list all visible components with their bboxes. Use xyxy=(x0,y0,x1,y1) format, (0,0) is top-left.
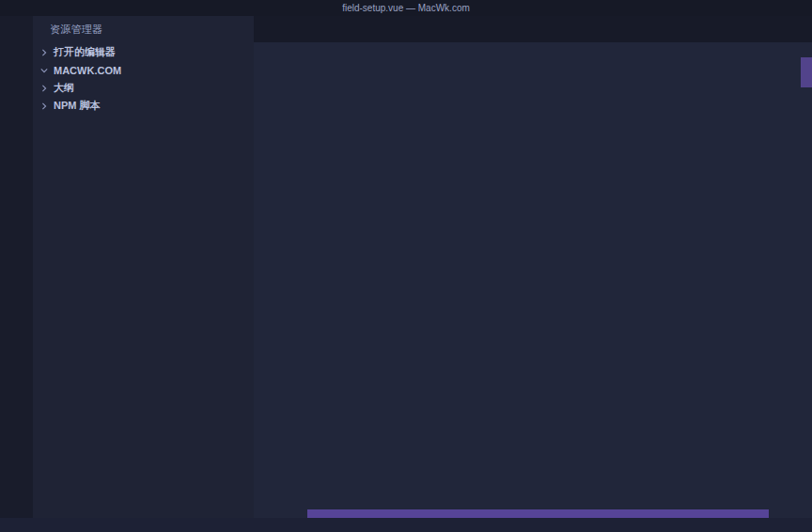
activity-bar xyxy=(0,16,33,518)
code-editor[interactable] xyxy=(254,57,812,518)
window-title: field-setup.vue — MacWk.com xyxy=(342,3,470,13)
outline-label: 大纲 xyxy=(54,81,74,95)
workspace-section[interactable]: MACWK.COM xyxy=(33,61,254,79)
npm-scripts-section[interactable]: NPM 脚本 xyxy=(33,97,254,115)
zoom-window-button[interactable] xyxy=(39,4,46,11)
status-bar xyxy=(0,518,812,532)
vertical-scrollbar[interactable] xyxy=(801,57,812,87)
workspace-label: MACWK.COM xyxy=(54,65,121,76)
chevron-right-icon xyxy=(39,49,49,56)
horizontal-scrollbar[interactable] xyxy=(307,509,769,518)
outline-section[interactable]: 大纲 xyxy=(33,79,254,97)
minimap[interactable] xyxy=(769,57,801,518)
chevron-right-icon xyxy=(39,102,49,110)
chevron-down-icon xyxy=(39,67,49,74)
explorer-title: 资源管理器 xyxy=(33,16,254,43)
traffic-lights xyxy=(8,4,46,11)
vscode-window: field-setup.vue — MacWk.com 资源管理器 打开的编辑器… xyxy=(0,0,812,532)
title-bar: field-setup.vue — MacWk.com xyxy=(0,0,812,16)
npm-scripts-label: NPM 脚本 xyxy=(54,99,101,113)
breadcrumb xyxy=(254,42,812,57)
open-editors-label: 打开的编辑器 xyxy=(54,45,116,59)
open-editors-section[interactable]: 打开的编辑器 xyxy=(33,43,254,61)
minimize-window-button[interactable] xyxy=(23,4,31,11)
editor-group xyxy=(254,16,812,518)
chevron-right-icon xyxy=(39,85,49,92)
explorer-sidebar: 资源管理器 打开的编辑器 MACWK.COM 大纲 xyxy=(33,16,254,518)
close-window-button[interactable] xyxy=(8,4,16,11)
tab-bar xyxy=(254,16,812,42)
